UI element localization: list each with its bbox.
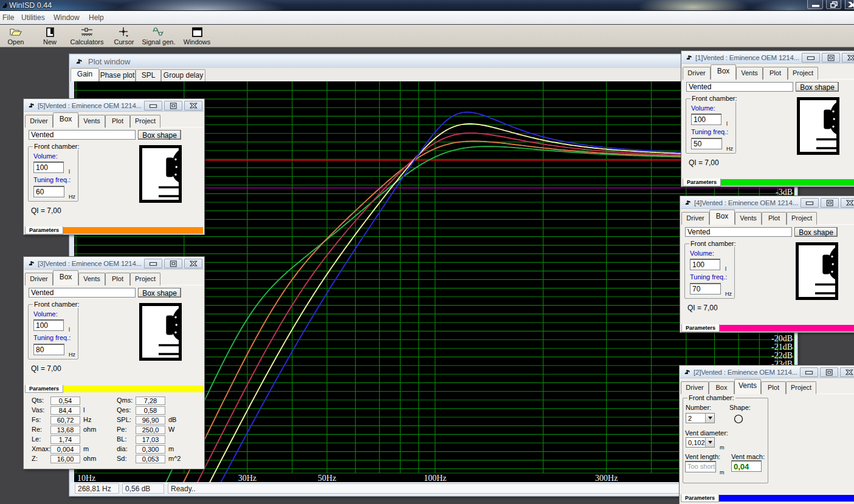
svg-text:50Hz: 50Hz xyxy=(318,474,336,482)
svg-text:-22dB: -22dB xyxy=(771,351,793,360)
svg-text:30Hz: 30Hz xyxy=(238,474,257,482)
svg-text:100Hz: 100Hz xyxy=(424,474,446,482)
svg-text:-20dB: -20dB xyxy=(771,334,793,343)
svg-text:300Hz: 300Hz xyxy=(595,474,618,482)
svg-text:-21dB: -21dB xyxy=(771,342,793,352)
svg-text:10Hz: 10Hz xyxy=(77,474,95,482)
